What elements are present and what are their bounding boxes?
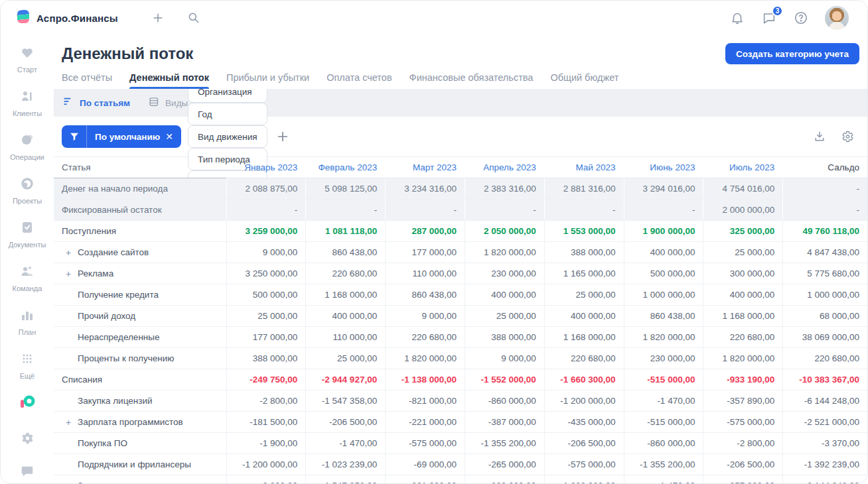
table-row[interactable]: +Создание сайтов9 000,00860 438,00177 00…	[54, 242, 867, 263]
table-row[interactable]: Подрядчики и фрилансеры-1 200 000,00-1 0…	[54, 454, 867, 475]
saldo-value-cell: 68 000,00	[782, 306, 867, 326]
sidebar-item-5[interactable]: Документы	[9, 219, 46, 249]
expand-row-icon[interactable]: +	[64, 269, 72, 279]
sidebar-item-3[interactable]: Операции	[9, 132, 46, 161]
search-icon[interactable]	[186, 10, 202, 26]
column-header-month-1[interactable]: Январь 2023	[226, 157, 306, 178]
active-filter-chip[interactable]: По умолчанию ✕	[62, 125, 181, 148]
expand-row-icon[interactable]: +	[64, 481, 72, 484]
expand-row-icon[interactable]: +	[64, 247, 72, 258]
tab-все-отчёты[interactable]: Все отчёты	[62, 72, 112, 89]
add-icon[interactable]	[150, 10, 166, 26]
month-value-cell: 177 000,00	[226, 327, 306, 347]
month-value-cell: 860 438,00	[385, 284, 465, 305]
tab-прибыли-и-убытки[interactable]: Прибыли и убытки	[226, 72, 309, 89]
month-value-cell: -1 200 000,00	[544, 475, 624, 484]
settings-gear-icon[interactable]	[19, 430, 35, 446]
create-category-button[interactable]: Создать категорию учета	[725, 43, 859, 64]
month-value-cell: 25 000,00	[465, 306, 544, 326]
table-row[interactable]: Нераспределенные177 000,00110 000,00220 …	[54, 327, 867, 348]
filter-chip-вид-движения[interactable]: Вид движения	[188, 125, 267, 148]
saldo-value-cell: -6 144 248,00	[782, 475, 867, 484]
aspro-logo-icon[interactable]	[19, 394, 36, 413]
user-avatar[interactable]	[825, 6, 849, 30]
tab-денежный-поток[interactable]: Денежный поток	[129, 72, 209, 89]
brand-name: Аспро.Финансы	[36, 13, 118, 24]
top-bar: Аспро.Финансы 3	[1, 1, 867, 35]
month-value-cell: 25 000,00	[305, 348, 385, 369]
column-header-month-6[interactable]: Июнь 2023	[624, 157, 703, 178]
month-value-cell: 500 000,00	[226, 284, 306, 305]
table-row[interactable]: +Зарплата программистов-181 500,00-206 5…	[54, 412, 867, 433]
table-row[interactable]: Денег на начало периода2 088 875,005 098…	[54, 178, 867, 200]
sidebar-item-1[interactable]: Старт	[9, 44, 46, 74]
table-row[interactable]: +Зарплата программистов-2 800,00-1 547 3…	[54, 475, 867, 484]
saldo-value-cell: -3 370,00	[782, 433, 867, 454]
table-row[interactable]: Списания-249 750,00-2 944 927,00-1 138 0…	[54, 369, 867, 391]
tab-общий-бюджет[interactable]: Общий бюджет	[550, 72, 618, 89]
brand[interactable]: Аспро.Финансы	[1, 9, 118, 27]
month-value-cell: 230 000,00	[465, 263, 544, 284]
month-value-cell: -860 000,00	[465, 475, 544, 484]
row-label: Реклама	[78, 269, 113, 278]
table-row[interactable]: Покупка ПО-1 900,00-1 470,00-575 000,00-…	[54, 433, 867, 454]
month-value-cell: 1 168 000,00	[544, 327, 624, 347]
funnel-icon[interactable]	[62, 125, 87, 148]
saldo-value-cell: -2 521 000,00	[782, 412, 867, 432]
table-row[interactable]: Фиксированный остаток------2 000 000,00-	[54, 200, 867, 221]
column-header-month-3[interactable]: Март 2023	[385, 157, 465, 178]
month-value-cell: 400 000,00	[305, 306, 385, 326]
messages-icon[interactable]: 3	[761, 10, 777, 26]
table-row[interactable]: Прочий доход25 000,00400 000,009 000,002…	[54, 306, 867, 327]
column-header-month-5[interactable]: Май 2023	[544, 157, 624, 178]
table-row[interactable]: +Реклама3 250 000,00220 680,00110 000,00…	[54, 263, 867, 284]
table-row[interactable]: Поступления3 259 000,001 081 118,00287 0…	[54, 221, 867, 242]
app-window: Аспро.Финансы 3	[0, 0, 868, 484]
month-value-cell: 220 680,00	[305, 263, 385, 284]
month-value-cell: -1 470,00	[624, 391, 703, 411]
month-value-cell: -181 500,00	[226, 412, 306, 432]
main-content: Денежный поток Создать категорию учета В…	[54, 35, 867, 483]
row-label: Получение кредита	[78, 290, 159, 300]
sidebar-item-2[interactable]: Клиенты	[9, 88, 46, 117]
column-header-month-7[interactable]: Июль 2023	[703, 157, 782, 178]
table-settings-gear-icon[interactable]	[839, 129, 855, 145]
row-label: Зарплата программистов	[78, 481, 183, 484]
tab-финансовые-обязательства[interactable]: Финансовые обязательства	[409, 72, 534, 89]
saldo-value-cell: -10 383 367,00	[782, 369, 867, 390]
table-rows-icon	[149, 96, 160, 109]
subtab-по-статьям[interactable]: По статьям	[63, 96, 130, 109]
month-value-cell: 1 820 000,00	[385, 348, 465, 369]
add-filter-icon[interactable]	[275, 129, 290, 144]
month-value-cell: 3 259 000,00	[226, 221, 306, 241]
sidebar-item-4[interactable]: Проекты	[9, 176, 46, 205]
month-value-cell: 9 000,00	[465, 348, 544, 369]
sidebar-item-6[interactable]: Команда	[9, 263, 46, 292]
table-row[interactable]: Закупка лицензий-2 800,00-1 547 358,00-8…	[54, 391, 867, 412]
projects-icon	[19, 176, 35, 194]
month-value-cell: 1 820 000,00	[703, 348, 782, 369]
column-header-month-4[interactable]: Апрель 2023	[465, 157, 544, 178]
tab-оплата-счетов[interactable]: Оплата счетов	[326, 72, 392, 89]
table-row[interactable]: Проценты к получению388 000,0025 000,001…	[54, 348, 867, 369]
column-header-month-2[interactable]: Февраль 2023	[305, 157, 385, 178]
month-value-cell: -2 800,00	[226, 391, 306, 411]
month-value-cell: -	[465, 200, 544, 220]
download-icon[interactable]	[812, 129, 828, 145]
clear-filter-icon[interactable]: ✕	[165, 131, 181, 142]
filter-chip-год[interactable]: Год	[188, 103, 267, 125]
expand-row-icon[interactable]: +	[64, 417, 72, 428]
help-icon[interactable]	[793, 10, 809, 26]
sidebar-item-8[interactable]: Ещё	[9, 351, 46, 380]
feedback-chat-icon[interactable]	[19, 463, 35, 479]
app-logo-icon	[15, 9, 31, 27]
month-value-cell: 25 000,00	[544, 284, 624, 305]
sidebar-item-7[interactable]: План	[9, 307, 46, 336]
notifications-bell-icon[interactable]	[729, 10, 745, 26]
month-value-cell: -	[226, 200, 306, 220]
saldo-value-cell: 4 847 438,00	[782, 242, 867, 263]
month-value-cell: 1 553 000,00	[544, 221, 624, 241]
table-row[interactable]: Получение кредита500 000,001 168 000,008…	[54, 284, 867, 306]
sidebar-nav: Старт Клиенты Операции Проекты Документы…	[1, 35, 54, 483]
saldo-value-cell: 38 069 000,00	[782, 327, 867, 347]
